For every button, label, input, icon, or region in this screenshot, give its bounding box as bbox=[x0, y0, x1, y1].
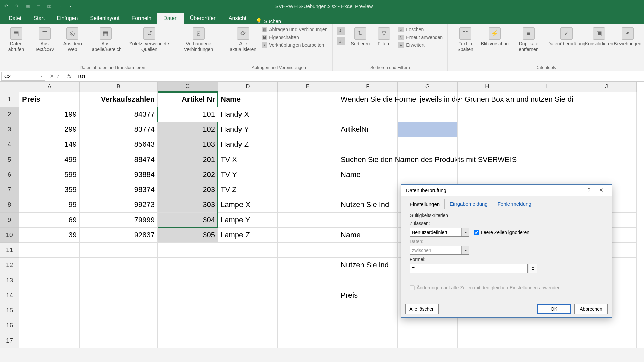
cell-B17[interactable] bbox=[80, 333, 158, 348]
cell-E9[interactable] bbox=[278, 213, 338, 228]
cell-F7[interactable] bbox=[338, 182, 398, 197]
row-header-7[interactable]: 7 bbox=[0, 182, 19, 197]
cell-A12[interactable] bbox=[19, 258, 80, 273]
btn-sort[interactable]: ⇅Sortieren bbox=[350, 26, 371, 48]
cell-J4[interactable] bbox=[577, 137, 637, 152]
cell-H6[interactable] bbox=[458, 167, 517, 182]
cell-I16[interactable] bbox=[517, 318, 577, 333]
cell-C2[interactable]: 101 bbox=[158, 107, 218, 122]
cell-B11[interactable] bbox=[80, 243, 158, 258]
cell-C13[interactable] bbox=[158, 273, 218, 288]
cell-B12[interactable] bbox=[80, 258, 158, 273]
row-header-10[interactable]: 10 bbox=[0, 228, 19, 243]
cell-D1[interactable]: Name bbox=[218, 92, 278, 107]
cell-G4[interactable] bbox=[398, 137, 458, 152]
cell-F1[interactable]: Wenden Sie die Formel jeweils in der Grü… bbox=[338, 92, 398, 107]
cell-F5[interactable]: Suchen Sie den Namen des Produkts mit SV… bbox=[338, 152, 398, 167]
col-header-D[interactable]: D bbox=[218, 82, 278, 92]
cell-E14[interactable] bbox=[278, 288, 338, 303]
fx-icon[interactable]: fx bbox=[64, 73, 75, 79]
cell-A9[interactable]: 69 bbox=[19, 213, 80, 228]
cell-A11[interactable] bbox=[19, 243, 80, 258]
cell-E16[interactable] bbox=[278, 318, 338, 333]
cell-C15[interactable] bbox=[158, 303, 218, 318]
cell-G3[interactable] bbox=[398, 122, 458, 137]
cell-H17[interactable] bbox=[458, 333, 517, 348]
cell-A15[interactable] bbox=[19, 303, 80, 318]
cell-E1[interactable] bbox=[278, 92, 338, 107]
allow-select[interactable]: Benutzerdefiniert▾ bbox=[410, 228, 469, 237]
cell-E7[interactable] bbox=[278, 182, 338, 197]
cell-E6[interactable] bbox=[278, 167, 338, 182]
row-header-12[interactable]: 12 bbox=[0, 258, 19, 273]
cell-F12[interactable]: Nutzen Sie ind bbox=[338, 258, 398, 273]
cell-E3[interactable] bbox=[278, 122, 338, 137]
cell-A5[interactable]: 499 bbox=[19, 152, 80, 167]
cell-I2[interactable] bbox=[517, 107, 577, 122]
cell-D15[interactable] bbox=[218, 303, 278, 318]
range-selector-button[interactable]: ↥ bbox=[529, 264, 537, 273]
formula-input[interactable] bbox=[410, 264, 528, 273]
row-header-2[interactable]: 2 bbox=[0, 107, 19, 122]
enter-icon[interactable]: ✓ bbox=[56, 73, 60, 79]
row-header-3[interactable]: 3 bbox=[0, 122, 19, 137]
cell-D4[interactable]: Handy Z bbox=[218, 137, 278, 152]
cell-I1[interactable] bbox=[517, 92, 577, 107]
row-header-9[interactable]: 9 bbox=[0, 213, 19, 228]
btn-consolidate[interactable]: ▣Konsolidieren bbox=[586, 26, 612, 48]
cell-B8[interactable]: 99273 bbox=[80, 197, 158, 213]
dialog-tab-input-msg[interactable]: Eingabemeldung bbox=[445, 199, 493, 209]
row-header-16[interactable]: 16 bbox=[0, 318, 19, 333]
cancel-icon[interactable]: ✕ bbox=[50, 73, 54, 79]
tab-einfuegen[interactable]: Einfügen bbox=[51, 13, 84, 24]
cell-A1[interactable]: Preis bbox=[19, 92, 80, 107]
cell-J3[interactable] bbox=[577, 122, 637, 137]
btn-from-web[interactable]: ◎Aus dem Web bbox=[60, 26, 85, 54]
cell-H16[interactable] bbox=[458, 318, 517, 333]
cell-D16[interactable] bbox=[218, 318, 278, 333]
clear-all-button[interactable]: Alle löschen bbox=[405, 304, 439, 314]
btn-properties[interactable]: ☱Eigenschaften bbox=[260, 34, 329, 41]
cell-E2[interactable] bbox=[278, 107, 338, 122]
cell-B4[interactable]: 85643 bbox=[80, 137, 158, 152]
cell-C9[interactable]: 304 bbox=[158, 213, 218, 228]
help-button[interactable]: ? bbox=[583, 186, 595, 195]
cell-D11[interactable] bbox=[218, 243, 278, 258]
cell-J2[interactable] bbox=[577, 107, 637, 122]
cell-A7[interactable]: 359 bbox=[19, 182, 80, 197]
cell-B13[interactable] bbox=[80, 273, 158, 288]
cell-D3[interactable]: Handy Y bbox=[218, 122, 278, 137]
name-box[interactable]: C2 bbox=[1, 72, 45, 81]
cell-C8[interactable]: 303 bbox=[158, 197, 218, 213]
cell-E8[interactable] bbox=[278, 197, 338, 213]
btn-advanced[interactable]: ▶Erweitert bbox=[397, 42, 444, 48]
cell-B15[interactable] bbox=[80, 303, 158, 318]
cell-B5[interactable]: 88474 bbox=[80, 152, 158, 167]
cell-I5[interactable] bbox=[517, 152, 577, 167]
tab-seitenlayout[interactable]: Seitenlayout bbox=[84, 13, 125, 24]
cell-I17[interactable] bbox=[517, 333, 577, 348]
cell-F15[interactable] bbox=[338, 303, 398, 318]
cell-G6[interactable] bbox=[398, 167, 458, 182]
btn-data-validation[interactable]: ✓Datenüberprüfung bbox=[549, 26, 583, 48]
cell-E4[interactable] bbox=[278, 137, 338, 152]
cell-A4[interactable]: 149 bbox=[19, 137, 80, 152]
col-header-C[interactable]: C bbox=[158, 82, 218, 92]
cell-D6[interactable]: TV-Y bbox=[218, 167, 278, 182]
save-icon[interactable]: ▭ bbox=[35, 3, 42, 9]
cell-C3[interactable]: 102 bbox=[158, 122, 218, 137]
cell-B2[interactable]: 84377 bbox=[80, 107, 158, 122]
redo-icon[interactable]: ↷ bbox=[13, 3, 20, 9]
col-header-H[interactable]: H bbox=[458, 82, 517, 92]
cell-C1[interactable]: Artikel Nr bbox=[158, 92, 218, 107]
cell-G1[interactable] bbox=[398, 92, 458, 107]
cell-I4[interactable] bbox=[517, 137, 577, 152]
cell-J17[interactable] bbox=[577, 333, 637, 348]
cell-C16[interactable] bbox=[158, 318, 218, 333]
cell-B1[interactable]: Verkaufszahlen bbox=[80, 92, 158, 107]
cell-J5[interactable] bbox=[577, 152, 637, 167]
cell-H4[interactable] bbox=[458, 137, 517, 152]
btn-recent-sources[interactable]: ↺Zuletzt verwendete Quellen bbox=[126, 26, 173, 54]
row-header-8[interactable]: 8 bbox=[0, 197, 19, 213]
cell-J1[interactable] bbox=[577, 92, 637, 107]
